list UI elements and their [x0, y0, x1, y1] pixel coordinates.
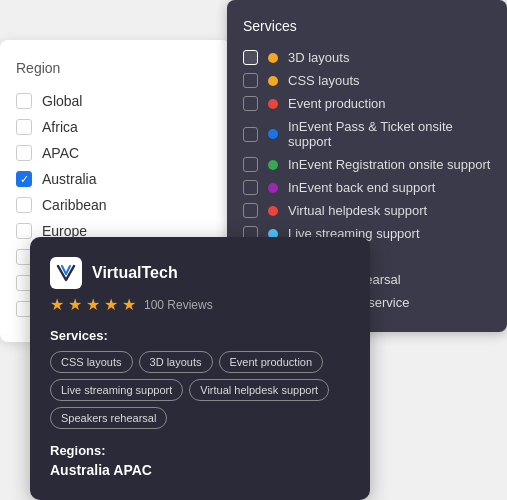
service-tag[interactable]: Live streaming support: [50, 379, 183, 401]
region-panel-title: Region: [16, 60, 214, 76]
service-dot: [268, 160, 278, 170]
region-label: APAC: [42, 145, 79, 161]
service-label: 3D layouts: [288, 50, 349, 65]
info-card: VirtualTech ★ ★ ★ ★ ★ 100 Reviews Servic…: [30, 237, 370, 500]
region-checkbox[interactable]: [16, 223, 32, 239]
service-dot: [268, 129, 278, 139]
region-label: Global: [42, 93, 82, 109]
services-tags: CSS layouts3D layoutsEvent productionLiv…: [50, 351, 350, 429]
regions-value: Australia APAC: [50, 462, 350, 478]
star-1: ★: [50, 295, 64, 314]
region-checkbox[interactable]: [16, 119, 32, 135]
service-dot: [268, 183, 278, 193]
service-tag[interactable]: Event production: [219, 351, 324, 373]
service-checkbox[interactable]: [243, 96, 258, 111]
service-tag[interactable]: Speakers rehearsal: [50, 407, 167, 429]
card-header: VirtualTech: [50, 257, 350, 289]
service-checkbox[interactable]: [243, 127, 258, 142]
regions-label: Regions:: [50, 443, 350, 458]
region-item[interactable]: Africa: [16, 114, 214, 140]
service-item[interactable]: Event production: [243, 92, 491, 115]
service-dot: [268, 206, 278, 216]
service-checkbox[interactable]: [243, 203, 258, 218]
region-label: Caribbean: [42, 197, 107, 213]
star-5: ★: [122, 295, 136, 314]
service-checkbox[interactable]: [243, 50, 258, 65]
region-checkbox[interactable]: [16, 171, 32, 187]
service-label: InEvent back end support: [288, 180, 435, 195]
star-4: ★: [104, 295, 118, 314]
service-label: InEvent Pass & Ticket onsite support: [288, 119, 491, 149]
service-item[interactable]: CSS layouts: [243, 69, 491, 92]
region-checkbox[interactable]: [16, 197, 32, 213]
reviews-count: 100 Reviews: [144, 298, 213, 312]
region-checkbox[interactable]: [16, 145, 32, 161]
service-checkbox[interactable]: [243, 73, 258, 88]
service-item[interactable]: InEvent Pass & Ticket onsite support: [243, 115, 491, 153]
service-label: Virtual helpdesk support: [288, 203, 427, 218]
stars-row: ★ ★ ★ ★ ★ 100 Reviews: [50, 295, 350, 314]
service-item[interactable]: InEvent Registration onsite support: [243, 153, 491, 176]
brand-name: VirtualTech: [92, 264, 178, 282]
service-tag[interactable]: Virtual helpdesk support: [189, 379, 329, 401]
service-dot: [268, 99, 278, 109]
brand-logo: [50, 257, 82, 289]
service-item[interactable]: InEvent back end support: [243, 176, 491, 199]
region-item[interactable]: Australia: [16, 166, 214, 192]
region-item[interactable]: APAC: [16, 140, 214, 166]
region-label: Africa: [42, 119, 78, 135]
region-label: Australia: [42, 171, 96, 187]
service-tag[interactable]: CSS layouts: [50, 351, 133, 373]
services-label: Services:: [50, 328, 350, 343]
star-3: ★: [86, 295, 100, 314]
service-checkbox[interactable]: [243, 157, 258, 172]
service-item[interactable]: 3D layouts: [243, 46, 491, 69]
service-dot: [268, 76, 278, 86]
service-label: Event production: [288, 96, 386, 111]
region-item[interactable]: Global: [16, 88, 214, 114]
service-label: CSS layouts: [288, 73, 360, 88]
service-item[interactable]: Virtual helpdesk support: [243, 199, 491, 222]
service-checkbox[interactable]: [243, 180, 258, 195]
region-item[interactable]: Caribbean: [16, 192, 214, 218]
services-panel-title: Services: [243, 18, 491, 34]
star-2: ★: [68, 295, 82, 314]
service-tag[interactable]: 3D layouts: [139, 351, 213, 373]
service-dot: [268, 53, 278, 63]
service-label: InEvent Registration onsite support: [288, 157, 490, 172]
region-checkbox[interactable]: [16, 93, 32, 109]
